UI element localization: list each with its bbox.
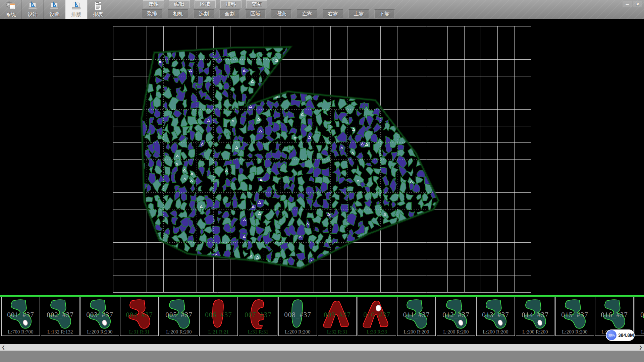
tool-button-4[interactable]: 全割 [219, 9, 240, 18]
piece-id-label: 013_#37 [477, 311, 515, 319]
minimize-button[interactable]: ─ [623, 1, 632, 7]
tool-button-8[interactable]: 右靠 [323, 9, 343, 18]
piece-lr-label: L:200 R:200 [437, 329, 475, 335]
thumbnail-cell[interactable]: 001_#37 L:700 R:700 [1, 297, 40, 336]
piece-lr-label: L:200 R:200 [81, 329, 119, 335]
nav-item-settings[interactable]: 设置 [44, 0, 65, 19]
scroll-right-arrow[interactable]: ❯ [637, 344, 644, 351]
nav-label: 排版 [71, 11, 82, 18]
tool-button-10[interactable]: 下靠 [374, 9, 395, 18]
app-window: 系统 设计 设置 排版 报表 属性编辑区域排料交互 聚排相机选割全割区域瑕疵左靠… [0, 0, 644, 362]
nav-item-system[interactable]: 系统 [0, 0, 22, 19]
thumbnail-scrollbar[interactable]: ❮ ❯ [0, 344, 644, 351]
piece-id-label: 014_#37 [516, 311, 554, 319]
window-controls: ─ ✕ [623, 1, 642, 7]
thumbnail-cell[interactable]: 002_#37 L:132 R:132 [41, 297, 79, 336]
piece-lr-label: L:200 R:200 [477, 329, 515, 335]
thumbnail-cell[interactable]: 012_#37 L:200 R:200 [437, 297, 475, 336]
piece-lr-label: L:200 R:200 [160, 329, 198, 335]
piece-lr-label: L:32 R:31 [318, 329, 356, 335]
piece-id-label: 005_#37 [160, 311, 198, 319]
menu-tab-4[interactable]: 排料 [220, 0, 241, 8]
nav-label: 报表 [93, 11, 103, 18]
piece-lr-label: L:200 R:200 [635, 329, 644, 335]
tool-button-5[interactable]: 区域 [245, 9, 266, 18]
close-button[interactable]: ✕ [633, 1, 642, 7]
nav-item-report[interactable]: 报表 [87, 0, 109, 19]
piece-id-label: 012_#37 [437, 311, 475, 319]
piece-id-label: 008_#37 [279, 311, 317, 319]
piece-lr-label: L:132 R:132 [41, 329, 79, 335]
thumbnail-cell[interactable]: 017_#37 L:200 R:200 [635, 297, 644, 336]
piece-lr-label: L:31 R:31 [239, 329, 277, 335]
thumbnail-cell[interactable]: 008_#37 L:200 R:200 [278, 297, 317, 336]
piece-lr-label: L:700 R:700 [2, 329, 40, 335]
piece-lr-label: L:200 R:200 [556, 329, 594, 335]
nav-item-design[interactable]: 设计 [22, 0, 44, 19]
piece-id-label: 015_#37 [556, 311, 594, 319]
piece-id-label: 016_#37 [595, 311, 633, 319]
top-toolbar: 系统 设计 设置 排版 报表 属性编辑区域排料交互 聚排相机选割全割区域瑕疵左靠… [0, 0, 644, 19]
memory-usage-text: 384.8M [618, 333, 634, 338]
status-bar [0, 351, 644, 362]
piece-id-label: 004_#37 [120, 311, 158, 319]
thumbnail-cell[interactable]: 009_#37 L:32 R:31 [318, 297, 357, 336]
layout-icon [71, 1, 82, 11]
design-icon [28, 1, 38, 11]
piece-id-label: 002_#37 [41, 311, 79, 319]
piece-id-label: 017_#37 [635, 311, 644, 319]
memory-percent-badge: 38% [606, 330, 616, 340]
thumbnail-cell[interactable]: 011_#37 L:200 R:200 [397, 297, 436, 336]
report-icon [93, 1, 103, 11]
thumbnail-cell[interactable]: 015_#37 L:200 R:200 [555, 297, 594, 336]
nav-label: 系统 [6, 11, 16, 18]
memory-badge: 38% 384.8M [606, 329, 635, 341]
thumbnail-cell[interactable]: 014_#37 L:200 R:200 [516, 297, 554, 336]
tool-button-row: 聚排相机选割全割区域瑕疵左靠右靠上靠下靠 [142, 9, 400, 18]
piece-thumbnail-strip: 001_#37 L:700 R:700 002_#37 L:132 R:132 … [0, 297, 644, 336]
tool-button-6[interactable]: 瑕疵 [271, 9, 291, 18]
piece-id-label: 001_#37 [2, 311, 40, 319]
nesting-canvas[interactable] [0, 19, 644, 295]
piece-id-label: 011_#37 [397, 311, 435, 319]
menu-tab-3[interactable]: 区域 [195, 0, 216, 8]
menu-tab-1[interactable]: 属性 [143, 0, 164, 8]
menu-tab-row: 属性编辑区域排料交互 [143, 0, 272, 8]
tool-button-1[interactable]: 聚排 [142, 9, 162, 18]
nav-item-layout[interactable]: 排版 [65, 0, 87, 19]
piece-lr-label: L:33 R:33 [358, 329, 396, 335]
piece-id-label: 010_#37 [358, 311, 396, 319]
thumbnail-cell[interactable]: 007_#37 L:31 R:31 [239, 297, 277, 336]
piece-lr-label: L:200 R:200 [397, 329, 435, 335]
menu-tab-2[interactable]: 编辑 [169, 0, 190, 8]
piece-lr-label: L:200 R:200 [279, 329, 317, 335]
piece-id-label: 007_#37 [239, 311, 277, 319]
thumbnail-cell[interactable]: 013_#37 L:200 R:200 [476, 297, 515, 336]
tool-button-7[interactable]: 左靠 [297, 9, 317, 18]
piece-lr-label: L:200 R:200 [516, 329, 554, 335]
piece-id-label: 006_#37 [200, 311, 237, 319]
thumbnail-cell[interactable]: 006_#37 L:21 R:21 [199, 297, 238, 336]
nav-label: 设置 [50, 11, 60, 18]
piece-id-label: 009_#37 [318, 311, 356, 319]
canvas-strip-divider [0, 295, 644, 297]
thumbnail-cell[interactable]: 005_#37 L:200 R:200 [160, 297, 198, 336]
nav-label: 设计 [28, 11, 38, 18]
tool-button-9[interactable]: 上靠 [348, 9, 369, 18]
thumbnail-cell[interactable]: 003_#37 L:200 R:200 [80, 297, 119, 336]
piece-lr-label: L:21 R:21 [200, 329, 237, 335]
tool-button-3[interactable]: 选割 [194, 9, 214, 18]
piece-lr-label: L:31 R:31 [120, 329, 158, 335]
system-icon [6, 1, 16, 11]
tool-button-2[interactable]: 相机 [168, 9, 188, 18]
settings-icon [49, 1, 60, 11]
menu-tab-5[interactable]: 交互 [246, 0, 267, 8]
main-nav: 系统 设计 设置 排版 报表 [0, 0, 109, 19]
thumbnail-cell[interactable]: 004_#37 L:31 R:31 [120, 297, 159, 336]
thumbnail-cell[interactable]: 010_#37 L:33 R:33 [358, 297, 396, 336]
scroll-left-arrow[interactable]: ❮ [0, 344, 7, 351]
piece-id-label: 003_#37 [81, 311, 119, 319]
